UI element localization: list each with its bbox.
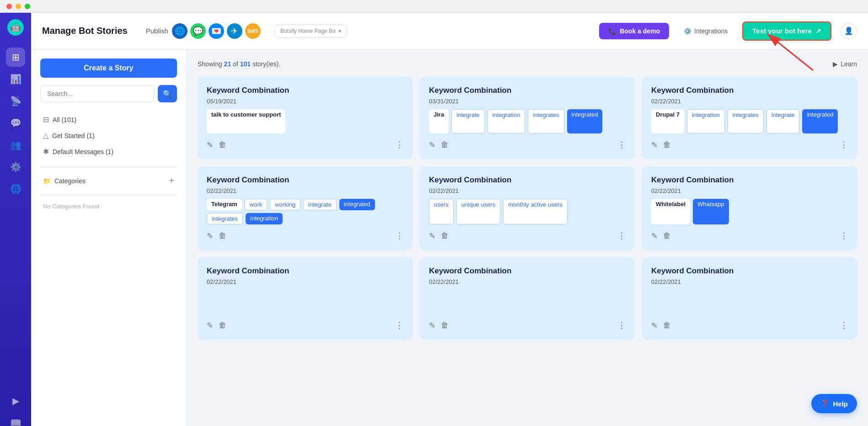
publish-messenger-icon[interactable]: 💌 — [209, 23, 224, 39]
bot-selector[interactable]: Botsify Home Page Bo ▾ — [274, 25, 347, 37]
search-input[interactable] — [40, 85, 154, 102]
more-options-icon[interactable]: ⋮ — [617, 231, 626, 241]
dropdown-icon: ▾ — [338, 28, 341, 34]
help-button[interactable]: ❓ Help — [811, 394, 857, 413]
story-tag[interactable]: users — [429, 199, 454, 224]
story-tag[interactable]: integration — [246, 213, 283, 224]
story-tag[interactable]: integrate — [766, 109, 800, 133]
sidebar-item-settings[interactable]: ⚙️ — [6, 157, 25, 176]
story-tag[interactable]: monthly active users — [503, 199, 568, 224]
categories-header[interactable]: 📁 Categories + — [40, 172, 177, 190]
story-tag[interactable]: unique users — [456, 199, 500, 224]
more-options-icon[interactable]: ⋮ — [395, 140, 403, 150]
more-options-icon[interactable]: ⋮ — [395, 320, 403, 330]
integrations-button[interactable]: ⚙️ Integrations — [678, 24, 733, 38]
story-tag[interactable]: Whitelabel — [651, 199, 690, 224]
sidebar-item-stories[interactable]: ⊞ — [6, 48, 25, 67]
edit-icon[interactable]: ✎ — [207, 231, 213, 241]
sidebar-item-messages[interactable]: 💬 — [6, 113, 25, 133]
create-story-button[interactable]: Create a Story — [40, 59, 177, 78]
publish-sms-icon[interactable]: SMS — [245, 23, 261, 39]
story-tag[interactable]: Drupal 7 — [651, 109, 684, 133]
filter-default-messages[interactable]: ✱ Default Messages (1) — [40, 144, 177, 160]
story-card: Keyword Combination 02/22/2021 Drupal 7i… — [642, 77, 857, 159]
learn-button[interactable]: ▶ Learn — [833, 60, 857, 68]
edit-icon[interactable]: ✎ — [651, 140, 658, 150]
more-options-icon[interactable]: ⋮ — [617, 320, 626, 330]
sidebar-item-video[interactable]: ▶ — [6, 391, 25, 410]
story-tag[interactable]: Telegram — [207, 199, 242, 210]
story-card-actions: ✎ 🗑 ⋮ — [207, 231, 403, 241]
edit-icon[interactable]: ✎ — [429, 231, 435, 241]
story-tag[interactable]: integrate — [451, 109, 485, 133]
edit-icon[interactable]: ✎ — [651, 321, 658, 330]
edit-icon[interactable]: ✎ — [651, 231, 658, 241]
story-tag[interactable]: integrated — [339, 199, 375, 210]
sidebar-item-users[interactable]: 👥 — [6, 135, 25, 154]
story-tag[interactable]: work — [245, 199, 267, 210]
more-options-icon[interactable]: ⋮ — [840, 140, 848, 150]
edit-icon[interactable]: ✎ — [429, 321, 435, 330]
filter-get-started[interactable]: △ Get Started (1) — [40, 128, 177, 144]
maximize-dot[interactable] — [25, 4, 30, 9]
delete-icon[interactable]: 🗑 — [663, 231, 671, 240]
story-tag[interactable]: integrates — [728, 109, 764, 133]
test-bot-button[interactable]: Test your bot here ↗ — [742, 21, 831, 41]
story-tags — [651, 290, 848, 314]
sidebar-item-globe[interactable]: 🌐 — [6, 179, 25, 198]
story-tag[interactable]: working — [270, 199, 300, 210]
story-tag[interactable]: integrates — [207, 213, 243, 224]
filter-icon: ⊟ — [43, 115, 49, 124]
delete-icon[interactable]: 🗑 — [219, 140, 226, 149]
close-dot[interactable] — [6, 4, 12, 9]
delete-icon[interactable]: 🗑 — [441, 231, 449, 240]
story-card-actions: ✎ 🗑 ⋮ — [429, 320, 626, 330]
delete-icon[interactable]: 🗑 — [219, 231, 226, 240]
app-logo[interactable]: 🤖 — [7, 19, 24, 36]
add-category-icon[interactable]: + — [169, 176, 174, 186]
minimize-dot[interactable] — [16, 4, 21, 9]
publish-telegram-icon[interactable]: ✈ — [227, 23, 242, 39]
story-tag[interactable]: integrates — [528, 109, 564, 133]
story-card-date: 02/22/2021 — [429, 187, 626, 194]
story-card: Keyword Combination 02/22/2021 usersuniq… — [420, 166, 635, 250]
story-card-actions: ✎ 🗑 ⋮ — [651, 320, 848, 330]
sidebar-item-broadcast[interactable]: 📡 — [6, 91, 25, 111]
book-demo-button[interactable]: 📞 Book a demo — [599, 23, 669, 39]
publish-whatsapp-icon[interactable]: 💬 — [190, 23, 206, 39]
story-tag[interactable]: talk to customer support — [207, 109, 285, 133]
story-tag[interactable]: Jira — [429, 109, 449, 133]
edit-icon[interactable]: ✎ — [207, 140, 213, 150]
more-options-icon[interactable]: ⋮ — [395, 231, 403, 241]
story-tag[interactable]: integration — [687, 109, 725, 133]
story-tag[interactable]: Whatsapp — [693, 199, 729, 224]
sidebar-item-analytics[interactable]: 📊 — [6, 69, 25, 89]
story-tag[interactable]: integrated — [802, 109, 838, 133]
showing-total: 101 — [240, 60, 251, 68]
story-tags: talk to customer support — [207, 109, 403, 133]
delete-icon[interactable]: 🗑 — [663, 321, 671, 330]
filter-all[interactable]: ⊟ All (101) — [40, 112, 177, 128]
sidebar-item-book[interactable]: 📖 — [6, 413, 25, 426]
publish-web-icon[interactable]: 🌐 — [172, 23, 188, 39]
divider — [40, 167, 177, 167]
settings-icon: ⚙️ — [10, 161, 21, 172]
delete-icon[interactable]: 🗑 — [219, 321, 226, 330]
more-options-icon[interactable]: ⋮ — [840, 231, 848, 241]
user-avatar[interactable]: 👤 — [841, 23, 857, 39]
more-options-icon[interactable]: ⋮ — [840, 320, 848, 330]
left-panel: Create a Story 🔍 ⊟ All (101) △ Get — [31, 49, 187, 426]
story-tag[interactable]: integration — [488, 109, 525, 133]
story-tags: Telegramworkworkingintegrateintegratedin… — [207, 199, 403, 224]
story-tag[interactable]: integrate — [303, 199, 337, 210]
delete-icon[interactable]: 🗑 — [663, 140, 671, 149]
search-button[interactable]: 🔍 — [158, 85, 177, 102]
edit-icon[interactable]: ✎ — [207, 321, 213, 330]
more-options-icon[interactable]: ⋮ — [617, 140, 626, 150]
story-card: Keyword Combination 02/22/2021 ✎ 🗑 ⋮ — [642, 257, 857, 340]
delete-icon[interactable]: 🗑 — [441, 140, 449, 149]
book-icon: 📖 — [10, 417, 21, 426]
story-tag[interactable]: integrated — [567, 109, 603, 133]
edit-icon[interactable]: ✎ — [429, 140, 435, 150]
delete-icon[interactable]: 🗑 — [441, 321, 449, 330]
